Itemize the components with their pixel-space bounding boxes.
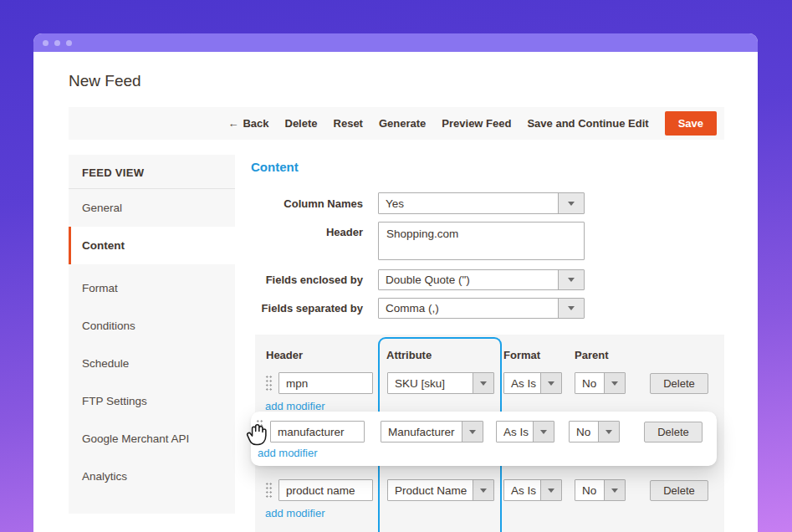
header-label: Header (212, 226, 363, 238)
sidebar-item-analytics[interactable]: Analytics (69, 458, 235, 495)
row3-attribute-value: Product Name (388, 480, 473, 500)
row1-add-modifier-link[interactable]: add modifier (265, 400, 325, 412)
row1-parent-value: No (575, 373, 604, 393)
row3-format-select[interactable]: As Is (503, 479, 562, 501)
back-button-label: Back (243, 117, 268, 130)
row2-format-value: As Is (497, 422, 533, 442)
back-arrow-icon: ← (227, 117, 238, 130)
drag-handle[interactable] (265, 482, 273, 499)
row2-delete-button[interactable]: Delete (644, 422, 703, 442)
fields-separated-by-select[interactable]: Comma (,) (378, 298, 585, 319)
row1-attribute-value: SKU [sku] (388, 373, 473, 393)
row3-format-value: As Is (504, 480, 540, 500)
fields-separated-by-value: Comma (,) (379, 299, 558, 318)
save-button[interactable]: Save (665, 111, 717, 136)
fields-enclosed-by-label: Fields enclosed by (212, 274, 363, 286)
chevron-down-icon (558, 193, 584, 213)
column-header-parent: Parent (575, 349, 608, 361)
sidebar-item-general[interactable]: General (69, 189, 235, 227)
row3-parent-value: No (575, 480, 604, 500)
row2-add-modifier-link[interactable]: add modifier (258, 447, 318, 459)
chevron-down-icon (473, 373, 493, 393)
row3-delete-button[interactable]: Delete (650, 480, 708, 501)
chevron-down-icon (462, 422, 483, 442)
row3-attribute-select[interactable]: Product Name (387, 479, 494, 501)
preview-feed-button[interactable]: Preview Feed (442, 117, 511, 130)
page-title: New Feed (69, 72, 141, 90)
row1-header-input[interactable] (278, 372, 373, 394)
row2-attribute-select[interactable]: Manufacturer (381, 421, 483, 442)
column-names-value: Yes (379, 193, 558, 213)
chevron-down-icon (604, 373, 625, 393)
sidebar-item-google-merchant-api[interactable]: Google Merchant API (69, 420, 235, 458)
chevron-down-icon (540, 373, 561, 393)
fields-enclosed-by-value: Double Quote (") (379, 270, 558, 289)
row3-add-modifier-link[interactable]: add modifier (265, 507, 325, 519)
row1-format-value: As Is (504, 373, 540, 393)
sidebar-item-conditions[interactable]: Conditions (69, 307, 235, 345)
delete-button[interactable]: Delete (285, 117, 318, 130)
row2-parent-value: No (570, 422, 598, 442)
app-window: New Feed ← Back Delete Reset Generate Pr… (33, 33, 758, 532)
row1-delete-button[interactable]: Delete (650, 373, 708, 394)
row1-parent-select[interactable]: No (575, 372, 626, 394)
toolbar: ← Back Delete Reset Generate Preview Fee… (69, 107, 724, 140)
back-button[interactable]: ← Back (227, 117, 268, 130)
row1-attribute-select[interactable]: SKU [sku] (387, 372, 494, 394)
column-names-select[interactable]: Yes (378, 192, 585, 214)
chevron-down-icon (598, 422, 619, 442)
window-titlebar (33, 33, 758, 52)
sidebar-item-schedule[interactable]: Schedule (69, 345, 235, 382)
row3-header-input[interactable] (278, 479, 373, 501)
row2-header-input[interactable] (270, 421, 365, 442)
chevron-down-icon (540, 480, 561, 500)
generate-button[interactable]: Generate (379, 117, 426, 130)
chevron-down-icon (558, 270, 584, 289)
fields-separated-by-label: Fields separated by (212, 302, 363, 315)
chevron-down-icon (473, 480, 493, 500)
sidebar-header: FEED VIEW (69, 155, 235, 189)
chevron-down-icon (558, 299, 584, 318)
drag-handle[interactable] (256, 419, 263, 436)
row2-attribute-value: Manufacturer (381, 422, 462, 442)
save-continue-button[interactable]: Save and Continue Edit (527, 117, 648, 130)
row1-format-select[interactable]: As Is (503, 372, 562, 394)
drag-handle[interactable] (265, 375, 273, 391)
header-textarea[interactable]: Shopping.com (378, 222, 585, 260)
reset-button[interactable]: Reset (334, 117, 363, 130)
sidebar-item-ftp-settings[interactable]: FTP Settings (69, 382, 235, 420)
column-names-label: Column Names (212, 197, 363, 210)
chevron-down-icon (604, 480, 625, 500)
chevron-down-icon (533, 422, 554, 442)
window-dot-icon (43, 40, 49, 46)
content-section-heading: Content (251, 160, 299, 174)
column-header-header: Header (266, 349, 303, 361)
row2-parent-select[interactable]: No (569, 421, 620, 442)
sidebar: FEED VIEW General Content Format Conditi… (69, 155, 235, 514)
sidebar-item-format[interactable]: Format (69, 269, 235, 307)
sidebar-item-content[interactable]: Content (69, 227, 235, 264)
column-header-attribute: Attribute (386, 349, 432, 361)
row3-parent-select[interactable]: No (575, 479, 626, 501)
window-dot-icon (54, 40, 60, 46)
row2-format-select[interactable]: As Is (496, 421, 554, 442)
column-header-format: Format (503, 349, 540, 361)
window-dot-icon (66, 40, 72, 46)
fields-enclosed-by-select[interactable]: Double Quote (") (378, 269, 585, 290)
